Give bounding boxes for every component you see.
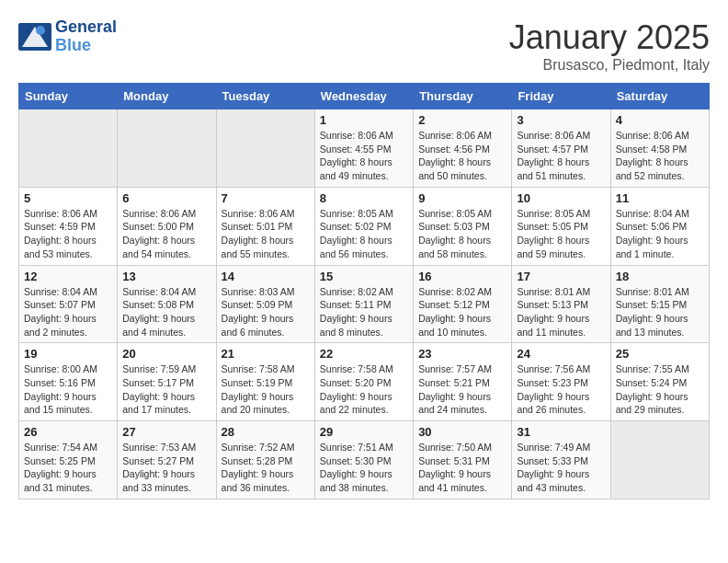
day-info: Sunrise: 7:58 AMSunset: 5:19 PMDaylight:… (222, 362, 310, 417)
calendar-cell: 20Sunrise: 7:59 AMSunset: 5:17 PMDayligh… (118, 343, 216, 421)
day-info: Sunrise: 8:03 AMSunset: 5:09 PMDaylight:… (222, 285, 310, 339)
calendar-cell: 25Sunrise: 7:55 AMSunset: 5:24 PMDayligh… (610, 343, 709, 421)
day-number: 28 (222, 425, 310, 439)
day-number: 2 (418, 113, 506, 127)
day-number: 7 (222, 191, 310, 205)
calendar-table: SundayMondayTuesdayWednesdayThursdayFrid… (18, 83, 710, 500)
calendar-cell: 17Sunrise: 8:01 AMSunset: 5:13 PMDayligh… (512, 265, 610, 343)
day-number: 13 (122, 270, 210, 283)
svg-point-2 (36, 26, 45, 35)
calendar-cell (19, 109, 118, 188)
day-number: 22 (320, 347, 408, 361)
calendar-cell: 12Sunrise: 8:04 AMSunset: 5:07 PMDayligh… (19, 265, 118, 343)
day-info: Sunrise: 8:00 AMSunset: 5:16 PMDaylight:… (24, 362, 112, 417)
weekday-header-saturday: Saturday (610, 84, 709, 109)
day-info: Sunrise: 8:02 AMSunset: 5:11 PMDaylight:… (320, 285, 408, 339)
location: Brusasco, Piedmont, Italy (509, 57, 710, 74)
calendar-cell (610, 421, 709, 500)
logo-icon (18, 23, 51, 51)
calendar-cell: 28Sunrise: 7:52 AMSunset: 5:28 PMDayligh… (216, 421, 314, 500)
calendar-cell: 18Sunrise: 8:01 AMSunset: 5:15 PMDayligh… (610, 265, 709, 343)
calendar-cell (118, 109, 216, 188)
day-info: Sunrise: 8:05 AMSunset: 5:05 PMDaylight:… (517, 207, 605, 261)
day-info: Sunrise: 7:52 AMSunset: 5:28 PMDaylight:… (222, 441, 310, 495)
day-number: 11 (616, 191, 704, 205)
day-number: 5 (24, 191, 112, 205)
page-header: General Blue January 2025 Brusasco, Pied… (18, 18, 710, 74)
day-info: Sunrise: 8:06 AMSunset: 4:59 PMDaylight:… (24, 207, 112, 261)
day-number: 14 (222, 270, 310, 283)
calendar-week-5: 26Sunrise: 7:54 AMSunset: 5:25 PMDayligh… (19, 421, 710, 500)
day-info: Sunrise: 7:56 AMSunset: 5:23 PMDaylight:… (517, 362, 605, 417)
day-number: 19 (24, 347, 112, 361)
logo-line2: Blue (55, 37, 117, 55)
day-info: Sunrise: 7:53 AMSunset: 5:27 PMDaylight:… (122, 441, 210, 495)
day-info: Sunrise: 8:05 AMSunset: 5:02 PMDaylight:… (320, 207, 408, 261)
weekday-header-thursday: Thursday (414, 84, 512, 109)
day-info: Sunrise: 8:04 AMSunset: 5:08 PMDaylight:… (122, 285, 210, 339)
day-number: 1 (320, 113, 408, 127)
calendar-cell: 4Sunrise: 8:06 AMSunset: 4:58 PMDaylight… (610, 109, 709, 188)
weekday-header-tuesday: Tuesday (216, 84, 314, 109)
day-info: Sunrise: 8:04 AMSunset: 5:06 PMDaylight:… (616, 207, 704, 261)
day-info: Sunrise: 7:50 AMSunset: 5:31 PMDaylight:… (418, 441, 506, 495)
day-number: 10 (517, 191, 605, 205)
day-info: Sunrise: 8:01 AMSunset: 5:15 PMDaylight:… (616, 285, 704, 339)
day-number: 25 (616, 347, 704, 361)
day-info: Sunrise: 7:54 AMSunset: 5:25 PMDaylight:… (24, 441, 112, 495)
logo: General Blue (18, 18, 117, 55)
calendar-week-1: 1Sunrise: 8:06 AMSunset: 4:55 PMDaylight… (19, 109, 710, 188)
day-number: 6 (122, 191, 210, 205)
calendar-body: 1Sunrise: 8:06 AMSunset: 4:55 PMDaylight… (19, 109, 710, 500)
day-info: Sunrise: 7:51 AMSunset: 5:30 PMDaylight:… (320, 441, 408, 495)
logo-line1: General (55, 18, 117, 37)
calendar-cell: 31Sunrise: 7:49 AMSunset: 5:33 PMDayligh… (512, 421, 610, 500)
day-info: Sunrise: 8:01 AMSunset: 5:13 PMDaylight:… (517, 285, 605, 339)
calendar-cell: 16Sunrise: 8:02 AMSunset: 5:12 PMDayligh… (414, 265, 512, 343)
day-info: Sunrise: 8:06 AMSunset: 4:58 PMDaylight:… (616, 129, 704, 183)
day-number: 31 (517, 425, 605, 439)
day-number: 23 (418, 347, 506, 361)
calendar-cell: 1Sunrise: 8:06 AMSunset: 4:55 PMDaylight… (314, 109, 413, 188)
calendar-cell: 6Sunrise: 8:06 AMSunset: 5:00 PMDaylight… (118, 187, 216, 265)
calendar-week-2: 5Sunrise: 8:06 AMSunset: 4:59 PMDaylight… (19, 187, 710, 265)
calendar-cell: 9Sunrise: 8:05 AMSunset: 5:03 PMDaylight… (414, 187, 512, 265)
calendar-cell: 3Sunrise: 8:06 AMSunset: 4:57 PMDaylight… (512, 109, 610, 188)
calendar-cell: 14Sunrise: 8:03 AMSunset: 5:09 PMDayligh… (216, 265, 314, 343)
calendar-cell: 22Sunrise: 7:58 AMSunset: 5:20 PMDayligh… (314, 343, 413, 421)
day-number: 3 (517, 113, 605, 127)
weekday-header-sunday: Sunday (19, 84, 118, 109)
calendar-cell: 29Sunrise: 7:51 AMSunset: 5:30 PMDayligh… (314, 421, 413, 500)
day-info: Sunrise: 8:05 AMSunset: 5:03 PMDaylight:… (418, 207, 506, 261)
title-block: January 2025 Brusasco, Piedmont, Italy (509, 18, 710, 74)
day-info: Sunrise: 8:06 AMSunset: 4:55 PMDaylight:… (320, 129, 408, 183)
day-info: Sunrise: 7:59 AMSunset: 5:17 PMDaylight:… (122, 362, 210, 417)
day-number: 17 (517, 270, 605, 283)
month-title: January 2025 (509, 18, 710, 57)
calendar-cell: 2Sunrise: 8:06 AMSunset: 4:56 PMDaylight… (414, 109, 512, 188)
calendar-cell (216, 109, 314, 188)
day-number: 20 (122, 347, 210, 361)
calendar-cell: 21Sunrise: 7:58 AMSunset: 5:19 PMDayligh… (216, 343, 314, 421)
day-info: Sunrise: 8:06 AMSunset: 4:57 PMDaylight:… (517, 129, 605, 183)
day-info: Sunrise: 8:06 AMSunset: 5:00 PMDaylight:… (122, 207, 210, 261)
calendar-cell: 26Sunrise: 7:54 AMSunset: 5:25 PMDayligh… (19, 421, 118, 500)
day-number: 29 (320, 425, 408, 439)
day-number: 27 (122, 425, 210, 439)
calendar-cell: 8Sunrise: 8:05 AMSunset: 5:02 PMDaylight… (314, 187, 413, 265)
day-info: Sunrise: 7:55 AMSunset: 5:24 PMDaylight:… (616, 362, 704, 417)
calendar-header-row: SundayMondayTuesdayWednesdayThursdayFrid… (19, 84, 710, 109)
day-number: 16 (418, 270, 506, 283)
day-info: Sunrise: 8:02 AMSunset: 5:12 PMDaylight:… (418, 285, 506, 339)
calendar-week-4: 19Sunrise: 8:00 AMSunset: 5:16 PMDayligh… (19, 343, 710, 421)
day-number: 4 (616, 113, 704, 127)
calendar-cell: 19Sunrise: 8:00 AMSunset: 5:16 PMDayligh… (19, 343, 118, 421)
calendar-cell: 11Sunrise: 8:04 AMSunset: 5:06 PMDayligh… (610, 187, 709, 265)
calendar-cell: 13Sunrise: 8:04 AMSunset: 5:08 PMDayligh… (118, 265, 216, 343)
day-info: Sunrise: 8:06 AMSunset: 5:01 PMDaylight:… (222, 207, 310, 261)
day-number: 8 (320, 191, 408, 205)
calendar-cell: 5Sunrise: 8:06 AMSunset: 4:59 PMDaylight… (19, 187, 118, 265)
day-number: 12 (24, 270, 112, 283)
day-number: 9 (418, 191, 506, 205)
day-number: 21 (222, 347, 310, 361)
